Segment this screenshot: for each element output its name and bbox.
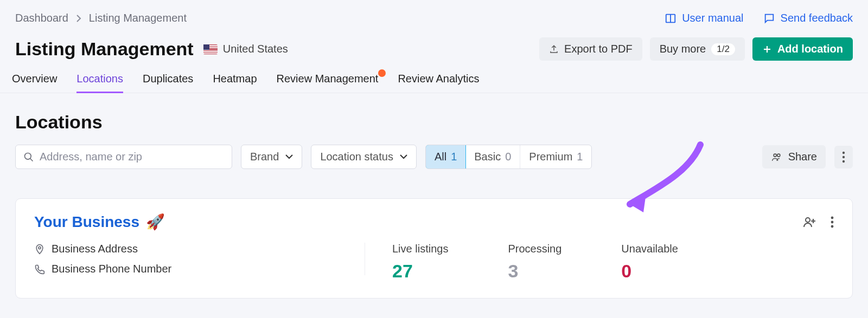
svg-point-7 [777, 154, 780, 157]
plus-icon [762, 44, 772, 54]
chevron-down-icon [285, 154, 293, 160]
tabs: Overview Locations Duplicates Heatmap Re… [0, 61, 868, 93]
breadcrumb-current: Listing Management [89, 12, 187, 24]
tab-review-analytics[interactable]: Review Analytics [398, 73, 479, 93]
buy-more-count: 1/2 [711, 43, 735, 55]
breadcrumb: Dashboard Listing Management [15, 12, 187, 24]
country-selector[interactable]: United States [203, 43, 288, 55]
section-title: Locations [15, 112, 853, 133]
breadcrumb-root[interactable]: Dashboard [15, 12, 68, 24]
card-more-icon[interactable] [831, 216, 834, 229]
svg-point-16 [831, 225, 834, 228]
tab-duplicates[interactable]: Duplicates [143, 73, 193, 93]
add-person-icon[interactable] [802, 216, 816, 229]
business-address: Business Address [34, 243, 365, 255]
search-icon [23, 152, 34, 163]
stat-processing-label: Processing [508, 243, 561, 255]
segment-all[interactable]: All 1 [425, 145, 466, 169]
segment-group: All 1 Basic 0 Premium 1 [425, 145, 592, 169]
rocket-icon: 🚀 [146, 213, 165, 231]
tab-heatmap[interactable]: Heatmap [213, 73, 257, 93]
page-title: Listing Management [15, 38, 194, 60]
phone-icon [34, 264, 45, 275]
segment-all-label: All [435, 151, 446, 163]
brand-dropdown-label: Brand [250, 151, 279, 163]
tab-review-management[interactable]: Review Management [277, 73, 379, 93]
stat-live: Live listings 27 [392, 243, 448, 282]
stat-live-value: 27 [392, 261, 448, 282]
segment-basic-count: 0 [505, 151, 511, 163]
stat-processing: Processing 3 [508, 243, 561, 282]
stat-unavailable-value: 0 [621, 261, 678, 282]
us-flag-icon [203, 44, 218, 54]
pin-icon [34, 243, 45, 255]
tab-locations[interactable]: Locations [76, 73, 123, 93]
brand-dropdown[interactable]: Brand [241, 145, 302, 169]
segment-all-count: 1 [451, 151, 457, 163]
svg-point-14 [831, 216, 834, 219]
svg-point-4 [25, 153, 31, 159]
segment-premium-label: Premium [529, 151, 572, 163]
user-manual-link[interactable]: User manual [665, 12, 743, 24]
country-label: United States [223, 43, 288, 55]
add-location-label: Add location [777, 43, 843, 55]
svg-point-17 [39, 246, 41, 249]
business-name-text: Your Business [34, 213, 139, 231]
share-button[interactable]: Share [762, 145, 826, 168]
stat-unavailable-label: Unavailable [621, 243, 678, 255]
status-dropdown[interactable]: Location status [311, 145, 417, 169]
book-icon [665, 12, 676, 24]
svg-point-8 [843, 151, 845, 153]
status-dropdown-label: Location status [320, 151, 393, 163]
chat-icon [763, 12, 775, 24]
svg-point-9 [843, 155, 845, 158]
export-pdf-button[interactable]: Export to PDF [539, 37, 642, 61]
segment-basic[interactable]: Basic 0 [465, 145, 520, 168]
svg-line-5 [30, 158, 33, 161]
search-input-wrapper[interactable] [15, 145, 232, 169]
stat-live-label: Live listings [392, 243, 448, 255]
segment-premium[interactable]: Premium 1 [520, 145, 591, 168]
export-pdf-label: Export to PDF [564, 43, 633, 55]
export-icon [549, 44, 559, 54]
stat-unavailable: Unavailable 0 [621, 243, 678, 282]
svg-point-6 [774, 154, 776, 157]
send-feedback-label: Send feedback [781, 12, 853, 24]
more-button[interactable] [834, 146, 853, 168]
business-phone-text: Business Phone Number [52, 263, 171, 275]
search-input[interactable] [40, 151, 224, 163]
svg-point-15 [831, 220, 834, 223]
buy-more-button[interactable]: Buy more 1/2 [650, 37, 745, 61]
stat-processing-value: 3 [508, 261, 561, 282]
add-location-button[interactable]: Add location [752, 37, 853, 61]
share-label: Share [788, 151, 817, 163]
buy-more-label: Buy more [660, 43, 706, 55]
tab-overview[interactable]: Overview [12, 73, 57, 93]
user-manual-label: User manual [682, 12, 743, 24]
business-card: Your Business 🚀 Business Address [15, 198, 853, 298]
send-feedback-link[interactable]: Send feedback [763, 12, 853, 24]
notification-dot-icon [378, 69, 386, 77]
chevron-right-icon [76, 15, 81, 22]
svg-point-10 [843, 160, 845, 162]
chevron-down-icon [400, 154, 407, 160]
dots-vertical-icon [842, 151, 845, 163]
segment-premium-count: 1 [577, 151, 583, 163]
business-address-text: Business Address [52, 243, 138, 255]
svg-point-11 [806, 218, 810, 222]
people-icon [771, 152, 783, 163]
business-phone: Business Phone Number [34, 263, 365, 275]
business-name[interactable]: Your Business 🚀 [34, 213, 165, 231]
segment-basic-label: Basic [474, 151, 501, 163]
